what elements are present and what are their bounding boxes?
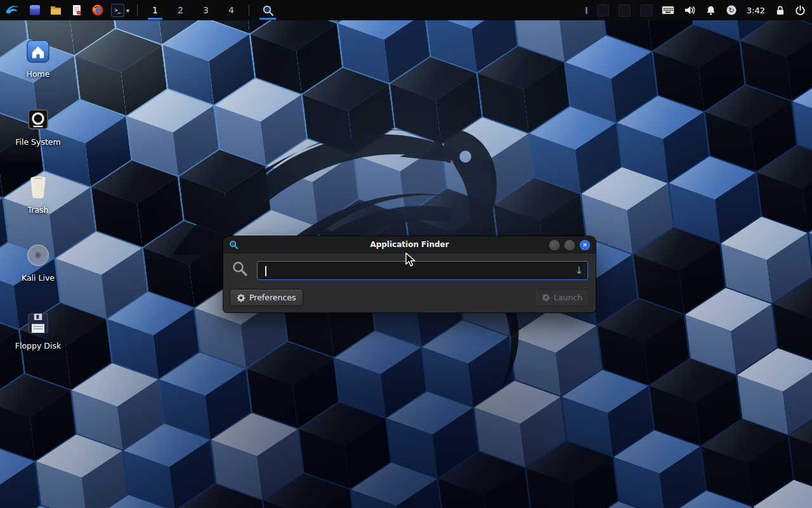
- window-magnifier-icon: [229, 240, 239, 252]
- wallpaper-cube: [436, 446, 533, 508]
- dropdown-arrow-icon[interactable]: ↓: [575, 265, 583, 276]
- workspace-1[interactable]: 1: [145, 0, 165, 20]
- desktop: >_ ▾ 1 2 3 4: [0, 0, 812, 508]
- kali-menu-icon[interactable]: [4, 1, 22, 19]
- terminal-icon: >_: [111, 4, 124, 17]
- desktop-icon-label: Kali Live: [22, 273, 55, 283]
- launch-button[interactable]: Launch: [535, 289, 589, 306]
- volume-icon[interactable]: [684, 0, 696, 20]
- taskbar-appfinder-button[interactable]: [257, 0, 278, 20]
- search-row: ↓: [223, 253, 596, 283]
- tray-hidden-icon[interactable]: [619, 4, 631, 17]
- tray-hidden-icon[interactable]: [640, 4, 652, 17]
- panel-clock[interactable]: 3:42: [747, 6, 765, 15]
- terminal-dropdown-caret-icon[interactable]: ▾: [126, 7, 129, 14]
- desktop-icon-floppy-disk[interactable]: Floppy Disk: [6, 309, 70, 351]
- top-panel: >_ ▾ 1 2 3 4: [0, 0, 812, 20]
- search-field-frame: ↓: [257, 261, 588, 280]
- preferences-label: Preferences: [249, 293, 296, 302]
- desktop-icon-kali-live[interactable]: Kali Live: [6, 241, 70, 283]
- desktop-icon-label: File System: [15, 137, 61, 147]
- magnifier-icon: [262, 4, 274, 17]
- kali-live-disc-icon: [24, 241, 52, 269]
- kali-dragon-logo: [159, 57, 552, 387]
- minimize-button[interactable]: [549, 240, 560, 250]
- trash-icon: [24, 173, 52, 201]
- gear-icon: [237, 293, 246, 302]
- keyboard-layout-icon[interactable]: [662, 0, 674, 20]
- taskbar-firefox-icon[interactable]: [90, 3, 105, 18]
- desktop-icon-label: Trash: [27, 205, 48, 215]
- panel-separator: [137, 4, 138, 16]
- taskbar-text-editor-icon[interactable]: [69, 3, 84, 18]
- taskbar-terminal-launcher[interactable]: >_ ▾: [111, 4, 129, 17]
- taskbar-app-window-icon[interactable]: [27, 3, 43, 18]
- terminal-glyph: >_: [115, 8, 121, 13]
- titlebar[interactable]: Application Finder ✕: [223, 236, 596, 253]
- close-button[interactable]: ✕: [580, 240, 590, 250]
- workspace-3[interactable]: 3: [196, 0, 216, 20]
- desktop-icon-label: Home: [27, 69, 50, 79]
- file-system-icon: [24, 105, 52, 133]
- workspace-2[interactable]: 2: [171, 0, 190, 20]
- power-logout-icon[interactable]: [795, 0, 806, 20]
- desktop-icon-label: Floppy Disk: [15, 341, 61, 351]
- close-icon: ✕: [582, 242, 587, 248]
- panel-left: >_ ▾ 1 2 3 4: [4, 0, 278, 20]
- search-input[interactable]: [258, 262, 587, 279]
- notifications-bell-icon[interactable]: [705, 0, 716, 20]
- history-clipboard-icon[interactable]: ↻: [726, 0, 737, 20]
- tray-indicator: [586, 7, 587, 14]
- button-row: Preferences Launch: [223, 283, 596, 312]
- preferences-button[interactable]: Preferences: [230, 289, 303, 306]
- desktop-icon-home[interactable]: Home: [6, 37, 70, 79]
- home-icon: [24, 37, 52, 65]
- text-cursor: [265, 266, 266, 276]
- taskbar-file-manager-icon[interactable]: [48, 3, 63, 18]
- maximize-button[interactable]: [565, 240, 575, 250]
- launch-icon: [542, 293, 550, 302]
- tray-hidden-icon[interactable]: [597, 4, 609, 17]
- desktop-icon-file-system[interactable]: File System: [6, 105, 70, 147]
- workspace-4[interactable]: 4: [221, 0, 241, 20]
- application-finder-window: Application Finder ✕ ↓: [223, 236, 596, 312]
- search-icon: [232, 260, 249, 280]
- panel-separator: [249, 4, 249, 16]
- history-glyph: ↻: [728, 6, 734, 15]
- wallpaper-cube: [523, 436, 620, 508]
- desktop-icon-trash[interactable]: Trash: [6, 173, 70, 215]
- launch-label: Launch: [554, 293, 582, 302]
- lock-icon[interactable]: [775, 0, 785, 20]
- floppy-disk-icon: [24, 309, 52, 337]
- window-title: Application Finder: [223, 240, 596, 249]
- panel-right: ↻ 3:42: [586, 0, 808, 20]
- window-controls: ✕: [549, 240, 590, 250]
